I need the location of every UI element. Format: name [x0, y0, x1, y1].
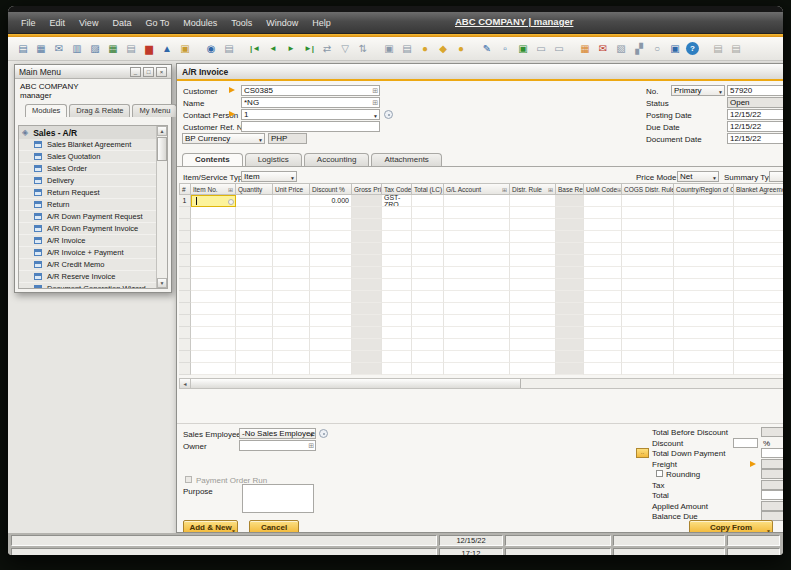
cell-base-ref[interactable]: [556, 255, 584, 267]
main-menu-tab-drag-relate[interactable]: Drag & Relate: [69, 104, 130, 117]
cell-item-no[interactable]: [191, 291, 236, 303]
cell-quantity[interactable]: [236, 231, 273, 243]
cell-gross-price[interactable]: [352, 363, 382, 375]
cell-tax-code[interactable]: [382, 339, 412, 351]
cell-country-region-of-origin[interactable]: [674, 255, 734, 267]
cell-item-no[interactable]: [191, 267, 236, 279]
cell-country-region-of-origin[interactable]: [674, 291, 734, 303]
cell-distr-rule[interactable]: [510, 363, 556, 375]
cell-base-ref[interactable]: [556, 291, 584, 303]
previous-record-icon[interactable]: ◄: [265, 41, 281, 57]
cell-uom-code[interactable]: [584, 291, 622, 303]
queries-icon[interactable]: ▤: [221, 41, 237, 57]
cell-blanket-agreement[interactable]: [734, 315, 783, 327]
purpose-textarea[interactable]: [242, 484, 314, 513]
cell-g-l-account[interactable]: [444, 327, 510, 339]
gross-profit-icon[interactable]: ●: [453, 41, 469, 57]
cell-discount[interactable]: [310, 303, 352, 315]
sidebar-item-a-r-invoice[interactable]: A/R Invoice: [19, 235, 167, 247]
chat-icon[interactable]: ▭: [551, 41, 567, 57]
cell-gross-price[interactable]: [352, 339, 382, 351]
cell-total-lc[interactable]: [412, 279, 444, 291]
cell-cogs-distr-rule[interactable]: [622, 231, 674, 243]
cell-uom-code[interactable]: [584, 339, 622, 351]
item-service-type-dropdown[interactable]: Item ▼: [241, 171, 297, 182]
cell-country-region-of-origin[interactable]: [674, 327, 734, 339]
cell-base-ref[interactable]: [556, 351, 584, 363]
cell-country-region-of-origin[interactable]: [674, 315, 734, 327]
export-word-icon[interactable]: ▤: [123, 41, 139, 57]
series-dropdown[interactable]: Primary ▼: [671, 85, 725, 96]
filter-table-icon[interactable]: ▽: [337, 41, 353, 57]
cell-distr-rule[interactable]: [510, 231, 556, 243]
menu-item-help[interactable]: Help: [305, 18, 338, 28]
cell-tax-code[interactable]: [382, 315, 412, 327]
menu-item-window[interactable]: Window: [259, 18, 305, 28]
menu-item-edit[interactable]: Edit: [43, 18, 73, 28]
cell-quantity[interactable]: [236, 303, 273, 315]
cell-cogs-distr-rule[interactable]: [622, 327, 674, 339]
cell-blanket-agreement[interactable]: [734, 303, 783, 315]
cell-uom-code[interactable]: [584, 279, 622, 291]
sidebar-section-sales-ar[interactable]: ◈ Sales - A/R: [19, 126, 167, 139]
cell-gross-price[interactable]: [352, 195, 382, 207]
cell-unit-price[interactable]: [273, 315, 310, 327]
cell-g-l-account[interactable]: [444, 291, 510, 303]
cell-distr-rule[interactable]: [510, 351, 556, 363]
sidebar-item-sales-blanket-agreement[interactable]: Sales Blanket Agreement: [19, 139, 167, 151]
fax-icon[interactable]: ▥: [69, 41, 85, 57]
column-header-total-lc[interactable]: Total (LC): [412, 183, 444, 195]
document-date-field[interactable]: 12/15/22: [727, 133, 783, 144]
cell-g-l-account[interactable]: [444, 243, 510, 255]
comment-icon[interactable]: ▭: [533, 41, 549, 57]
cell-base-ref[interactable]: [556, 219, 584, 231]
cell-discount[interactable]: [310, 363, 352, 375]
column-header-blanket-agreement[interactable]: Blanket Agreement: [734, 183, 783, 195]
cell-unit-price[interactable]: [273, 267, 310, 279]
user-icon[interactable]: ○: [649, 41, 665, 57]
cell-total-lc[interactable]: [412, 315, 444, 327]
cell-country-region-of-origin[interactable]: [674, 219, 734, 231]
cell-blanket-agreement[interactable]: [734, 291, 783, 303]
cell-gross-price[interactable]: [352, 291, 382, 303]
cell-cogs-distr-rule[interactable]: [622, 267, 674, 279]
cell-base-ref[interactable]: [556, 279, 584, 291]
sidebar-item-sales-quotation[interactable]: Sales Quotation: [19, 151, 167, 163]
chevron-down-icon[interactable]: ▼: [290, 175, 295, 181]
cell-country-region-of-origin[interactable]: [674, 339, 734, 351]
cell-total-lc[interactable]: [412, 243, 444, 255]
scroll-left-icon[interactable]: ◄: [180, 379, 191, 388]
customer-field[interactable]: CS0385 ⊞: [241, 85, 380, 96]
cell-tax-code[interactable]: [382, 291, 412, 303]
cell-item-no[interactable]: [191, 243, 236, 255]
org-chart-icon[interactable]: ▞: [631, 41, 647, 57]
cell-unit-price[interactable]: [273, 363, 310, 375]
menu-item-go-to[interactable]: Go To: [138, 18, 176, 28]
cell-item-no[interactable]: [191, 315, 236, 327]
chevron-down-icon[interactable]: ▼: [258, 137, 263, 143]
cell-g-l-account[interactable]: [444, 279, 510, 291]
cell-base-ref[interactable]: [556, 195, 584, 207]
cell-tax-code[interactable]: [382, 231, 412, 243]
add-and-new-button[interactable]: Add & New ▼: [183, 520, 238, 533]
cell-gross-price[interactable]: [352, 315, 382, 327]
tab-accounting[interactable]: Accounting: [304, 153, 370, 166]
cell-blanket-agreement[interactable]: [734, 231, 783, 243]
cell-uom-code[interactable]: [584, 267, 622, 279]
cell-discount[interactable]: [310, 219, 352, 231]
cell-distr-rule[interactable]: [510, 327, 556, 339]
cell-distr-rule[interactable]: [510, 195, 556, 207]
cell-quantity[interactable]: [236, 339, 273, 351]
mail-alert-icon[interactable]: ✉: [595, 41, 611, 57]
cell-cogs-distr-rule[interactable]: [622, 219, 674, 231]
cell-tax-code[interactable]: [382, 267, 412, 279]
cell-item-no[interactable]: [191, 255, 236, 267]
cell-discount[interactable]: [310, 279, 352, 291]
tab-logistics[interactable]: Logistics: [245, 153, 302, 166]
cell-quantity[interactable]: [236, 279, 273, 291]
cell-base-ref[interactable]: [556, 267, 584, 279]
cell-total-lc[interactable]: [412, 291, 444, 303]
cell-g-l-account[interactable]: [444, 351, 510, 363]
sidebar-item-a-r-credit-memo[interactable]: A/R Credit Memo: [19, 259, 167, 271]
button-dropdown-icon[interactable]: ▼: [231, 528, 236, 533]
